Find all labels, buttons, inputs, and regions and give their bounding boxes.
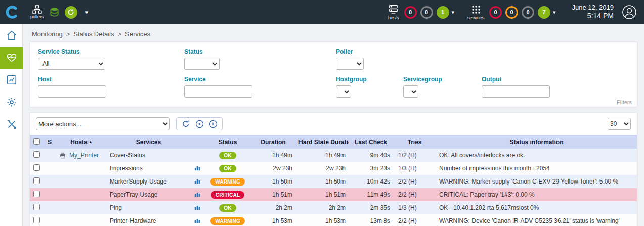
status-information-cell: CRITICAL: Paper tray '1#3': 0.00 % (436, 188, 637, 201)
hosts-chevron-down-icon[interactable]: ▾ (452, 9, 455, 16)
last-check-cell: 3m 23s (349, 162, 393, 175)
services-counters: 0 0 0 7 (489, 6, 550, 19)
sidebar-item-configuration[interactable] (0, 91, 23, 113)
graph-icon[interactable] (194, 204, 200, 210)
services-menu[interactable]: services (467, 5, 484, 20)
status-badge: WARNING (210, 217, 245, 225)
service-link[interactable]: Impressions (107, 162, 190, 175)
hosts-menu[interactable]: hosts (388, 4, 399, 20)
header-hosts[interactable]: Hosts▲ (56, 135, 107, 149)
play-button[interactable] (195, 119, 204, 128)
service-link[interactable]: MarkerSupply-Usage (107, 175, 190, 188)
services-ok-counter[interactable]: 7 (538, 6, 550, 19)
centreon-logo[interactable] (0, 0, 24, 24)
sidebar-item-home[interactable] (0, 24, 23, 47)
database-status-icon[interactable] (50, 7, 59, 18)
user-profile-button[interactable] (622, 5, 637, 20)
sidebar-item-administration[interactable] (0, 113, 23, 135)
host-cell (56, 201, 107, 214)
status-select[interactable] (184, 58, 220, 70)
row-checkbox[interactable] (33, 191, 40, 197)
hosts-status-group: hosts 0 0 1 ▾ (388, 4, 454, 20)
sidebar-item-reporting[interactable] (0, 69, 23, 91)
graph-icon[interactable] (194, 165, 200, 171)
page-size-select[interactable]: 30 (608, 118, 631, 130)
services-chevron-down-icon[interactable]: ▾ (553, 9, 556, 16)
service-link[interactable]: PaperTray-Usage (107, 188, 190, 201)
hard-state-duration-cell: 1h 51m (295, 188, 349, 201)
hosts-up-counter[interactable]: 1 (437, 6, 449, 19)
row-checkbox[interactable] (33, 204, 40, 210)
header-tries[interactable]: Tries (393, 135, 436, 149)
service-input[interactable] (184, 85, 252, 98)
centreon-logo-icon (5, 5, 19, 19)
header-hard-state-duration[interactable]: Hard State Duration (295, 135, 349, 149)
poller-chevron-down-icon[interactable]: ▾ (85, 9, 89, 16)
refresh-button[interactable] (181, 119, 190, 128)
hosts-unreachable-counter[interactable]: 0 (420, 6, 433, 19)
host-input[interactable] (38, 85, 106, 98)
status-label: Status (184, 48, 336, 55)
poller-status-group: pollers ▾ (30, 5, 88, 19)
header-last-check[interactable]: Last Check (349, 135, 393, 149)
chart-icon (6, 74, 17, 85)
select-all-checkbox[interactable] (33, 138, 40, 145)
pollers-menu[interactable]: pollers (30, 5, 44, 19)
table-row: Ping OK 2h 2m 2h 2m 2m 35s 1/3 (H) OK - … (30, 201, 637, 214)
header-services[interactable]: Services (107, 135, 190, 149)
poller-label: Poller (336, 48, 629, 55)
breadcrumb-monitoring[interactable]: Monitoring (32, 30, 63, 38)
results-panel: More actions... (30, 113, 637, 226)
pollers-icon (32, 5, 42, 14)
output-input[interactable] (482, 85, 550, 98)
poller-sync-icon[interactable] (65, 6, 77, 19)
graph-cell (190, 149, 204, 162)
table-row-critical: PaperTray-Usage CRITICAL 1h 51m 1h 51m 1… (30, 188, 637, 201)
row-checkbox[interactable] (33, 177, 40, 184)
host-link[interactable]: My_Printer (69, 152, 99, 159)
services-unknown-counter[interactable]: 0 (522, 6, 534, 19)
graph-icon[interactable] (194, 217, 200, 223)
duration-cell: 1h 49m (251, 149, 295, 162)
services-icon (471, 5, 481, 15)
poller-select[interactable] (336, 58, 364, 70)
hosts-down-counter[interactable]: 0 (404, 6, 417, 19)
breadcrumb-separator: > (66, 30, 70, 38)
header-graph (190, 135, 204, 149)
header-status[interactable]: Status (204, 135, 251, 149)
header-duration[interactable]: Duration (251, 135, 295, 149)
tries-cell: 1/3 (H) (393, 201, 436, 214)
breadcrumb-services[interactable]: Services (125, 30, 150, 38)
servicegroup-label: Servicegroup (403, 76, 482, 83)
service-link[interactable]: Ping (107, 201, 190, 214)
row-checkbox[interactable] (33, 151, 40, 158)
services-status-group: services 0 0 0 7 ▾ (467, 5, 556, 20)
pause-button[interactable] (208, 119, 218, 128)
last-check-cell: 2m 35s (349, 201, 393, 214)
sidebar-item-monitoring[interactable] (0, 47, 23, 69)
last-check-cell: 11m 49s (349, 188, 393, 201)
service-link[interactable]: Cover-Status (107, 149, 190, 162)
header-s[interactable]: S (43, 135, 56, 149)
table-row: MarkerSupply-Usage WARNING 1h 50m 1h 50m… (30, 175, 637, 188)
graph-icon[interactable] (194, 178, 200, 184)
filter-host: Host (38, 76, 184, 98)
hostgroup-select[interactable] (336, 85, 351, 98)
services-critical-counter[interactable]: 0 (489, 6, 502, 19)
header-status-information[interactable]: Status information (436, 135, 637, 149)
more-actions-select[interactable]: More actions... (36, 117, 170, 130)
service-link[interactable]: Printer-Hardware (107, 214, 190, 226)
status-badge: OK (219, 165, 236, 172)
state-flag-cell (43, 175, 56, 188)
servicegroup-select[interactable] (403, 85, 418, 98)
table-row: My_Printer Cover-Status OK 1h 49m 1h 49m… (30, 149, 637, 162)
filters-caption: Filters (617, 99, 632, 105)
breadcrumb-status-details[interactable]: Status Details (73, 30, 114, 38)
service-status-select[interactable]: All (38, 58, 105, 70)
graph-icon[interactable] (194, 191, 200, 197)
row-checkbox[interactable] (33, 164, 40, 171)
tries-cell: 2/2 (H) (393, 188, 436, 201)
row-checkbox[interactable] (33, 217, 40, 223)
status-information-cell: Number of impressions this month : 2054 (436, 162, 637, 175)
services-warning-counter[interactable]: 0 (505, 6, 518, 19)
